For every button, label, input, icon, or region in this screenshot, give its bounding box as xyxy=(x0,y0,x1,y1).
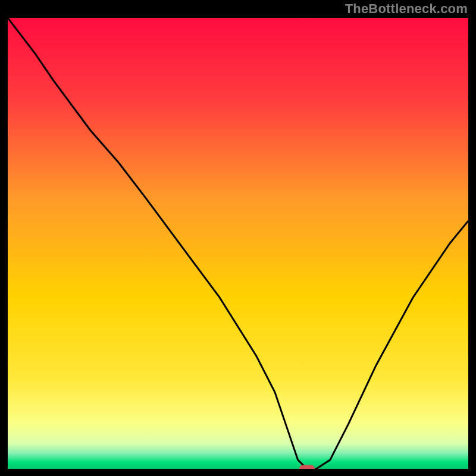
chart-svg xyxy=(8,18,468,469)
chart-frame: TheBottleneck.com xyxy=(0,0,476,476)
chart-background xyxy=(8,18,468,469)
plot-area xyxy=(8,18,468,469)
marker-point xyxy=(299,465,315,469)
attribution-label: TheBottleneck.com xyxy=(345,1,468,17)
